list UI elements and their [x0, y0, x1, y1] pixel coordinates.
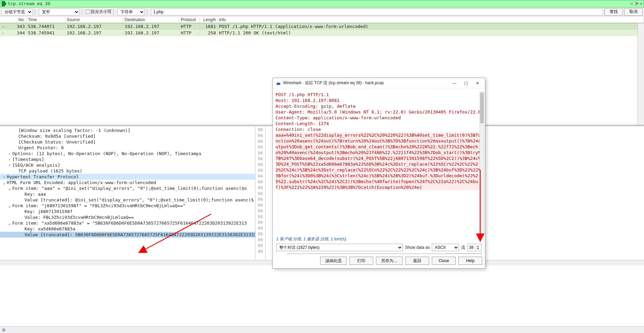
hex-offset: 04 — [255, 209, 265, 214]
window-close-icon[interactable]: ✕ — [630, 1, 634, 6]
col-info[interactable]: Info — [218, 17, 644, 22]
hex-offset: 04 — [255, 185, 265, 191]
back-button[interactable]: 返回 — [405, 257, 429, 265]
tree-line[interactable]: Checksum: 0x8d5a [unverified] — [0, 133, 255, 139]
width-selector[interactable]: 宽窄 — [39, 9, 80, 15]
tree-line[interactable]: Key: j68071301598f — [0, 209, 255, 214]
help-button[interactable]: Help — [458, 257, 482, 265]
search-toolbar: 分组字节流 宽窄 区分大小写 字符串 查找 取消 — [0, 7, 644, 16]
tree-line[interactable]: ›Hypertext Transfer Protocol — [0, 174, 255, 180]
tree-line[interactable]: Key: aaa — [0, 191, 255, 197]
tree-line[interactable]: ⌄HTML Form URL Encoded: application/x-ww… — [0, 180, 255, 185]
stream-controls-row2: 查找: 查找下一个(N) — [276, 252, 482, 255]
window-dropdown-icon[interactable]: ▾ — [640, 1, 642, 6]
stream-controls-row1: 整个对话 (1827 bytes) Show data as ASCII 流 3… — [276, 243, 482, 252]
show-data-as-label: Show data as — [405, 245, 430, 250]
minimize-button[interactable]: — — [450, 79, 459, 87]
col-no[interactable]: No. — [0, 17, 27, 22]
hex-offset: 04 — [255, 180, 265, 185]
hex-offset: 09 — [255, 220, 265, 226]
stream-stats: 1 客户端 分组, 1 服务器 分组, 1 turn(s). — [276, 235, 482, 243]
chevron-right-icon[interactable]: › — [3, 174, 7, 179]
bytes-selector[interactable]: 分组字节流 — [1, 9, 33, 15]
chevron-right-icon[interactable]: › — [8, 151, 12, 156]
tree-line[interactable]: Value [truncated]: @ini_set("display_err… — [0, 197, 255, 203]
col-length[interactable]: Length — [200, 17, 218, 22]
stream-no-label: 流 — [461, 245, 465, 251]
filter-out-button[interactable]: 滤掉此流 — [320, 257, 347, 265]
tree-line[interactable]: Urgent Pointer: 0 — [0, 145, 255, 151]
close-button[interactable]: ✕ — [473, 79, 482, 87]
follow-tcp-stream-dialog: Wireshark · 追踪 TCP 流 (tcp.stream eq 38) … — [272, 78, 485, 269]
case-sensitive-checkbox[interactable]: 区分大小写 — [86, 9, 111, 15]
wireshark-icon — [276, 80, 281, 86]
find-next-button[interactable]: 查找下一个(N) — [445, 253, 482, 255]
dialog-vscrollbar[interactable] — [480, 92, 484, 235]
app-icon: ⊙ — [2, 328, 5, 332]
tree-line[interactable]: ⌄Form item: "aaa" = "@ini_set("display_e… — [0, 185, 255, 191]
chevron-down-icon[interactable]: ⌄ — [8, 221, 12, 226]
dialog-find-input[interactable] — [287, 254, 443, 255]
tree-line[interactable]: ⌄Form item: "xa5d606e67883a" = "5B636F6D… — [0, 220, 255, 226]
tree-line[interactable]: ⌄Form item: "j68071301598f" = "FBL3Zhci9… — [0, 203, 255, 209]
stream-content[interactable]: POST /1.php HTTP/1.1Host: 192.168.2.197:… — [276, 92, 482, 235]
save-as-button[interactable]: 另存为… — [376, 257, 403, 265]
hex-offset: 04 — [255, 168, 265, 174]
col-time[interactable]: Time — [27, 17, 65, 22]
hex-offset: 04 — [255, 145, 265, 151]
tree-line[interactable]: [Window size scaling factor: -1 (unknown… — [0, 127, 255, 133]
hex-offset: 09 — [255, 238, 265, 243]
search-input[interactable] — [151, 9, 603, 15]
chevron-down-icon[interactable]: ⌄ — [8, 203, 12, 208]
hex-offset: 04 — [255, 214, 265, 220]
maximize-button[interactable]: ▢ — [461, 79, 471, 87]
tree-line[interactable]: Value: FBL3Zhci93d3cvaHRtbC9mcnBjLmluaQ=… — [0, 214, 255, 220]
chevron-down-icon[interactable]: ⌄ — [3, 180, 7, 185]
bookmark-icon — [2, 1, 6, 6]
tree-line[interactable]: Key: xa5d606e67883a — [0, 226, 255, 232]
display-filter-bar[interactable]: tcp.stream eq 38 ✕ ⮞ ▾ — [0, 0, 644, 7]
packet-row[interactable]: →343538.744071192.168.2.197192.168.2.197… — [0, 23, 644, 30]
hex-offset: 00 — [255, 127, 265, 133]
chevron-right-icon[interactable]: › — [8, 163, 12, 168]
tree-line[interactable]: ›[Timestamps] — [0, 156, 255, 162]
tree-line[interactable]: [Checksum Status: Unverified] — [0, 139, 255, 145]
print-button[interactable]: 打印 — [349, 257, 373, 265]
packet-details-pane[interactable]: [Window size scaling factor: -1 (unknown… — [0, 126, 255, 260]
window-expand-icon[interactable]: ⮞ — [634, 1, 639, 6]
tree-line[interactable]: ›[SEQ/ACK analysis] — [0, 162, 255, 168]
hex-offset: 09 — [255, 249, 265, 255]
col-protocol[interactable]: Protocol — [179, 17, 200, 22]
hex-offset-gutter: 0004040404040404040404040404040409090909… — [255, 126, 266, 260]
filter-expression[interactable]: tcp.stream eq 38 — [8, 1, 50, 6]
tree-line[interactable]: ›Options: (12 bytes), No-Operation (NOP)… — [0, 151, 255, 156]
chevron-right-icon[interactable]: › — [8, 157, 12, 162]
hex-offset: 04 — [255, 133, 265, 139]
dialog-footer: 滤掉此流 打印 另存为… 返回 Close Help — [273, 255, 485, 268]
search-type-selector[interactable]: 字符串 — [117, 9, 145, 15]
hex-offset: 04 — [255, 151, 265, 156]
hex-offset: 04 — [255, 197, 265, 203]
tree-line[interactable]: Value [truncated]: 5B636F6D6D6F6E5D0A736… — [0, 232, 255, 238]
hex-offset: 04 — [255, 191, 265, 197]
close-dialog-button[interactable]: Close — [432, 257, 456, 265]
arrow-right-icon: → — [0, 25, 6, 28]
cancel-button[interactable]: 取消 — [624, 8, 643, 16]
hex-offset: 04 — [255, 162, 265, 168]
stream-number-spinner[interactable]: 38 ▲▼ — [467, 244, 482, 251]
hex-offset: 09 — [255, 226, 265, 232]
find-button[interactable]: 查找 — [604, 8, 623, 16]
chevron-down-icon[interactable]: ⌄ — [8, 186, 12, 191]
dialog-titlebar[interactable]: Wireshark · 追踪 TCP 流 (tcp.stream eq 38) … — [273, 78, 485, 88]
dialog-title: Wireshark · 追踪 TCP 流 (tcp.stream eq 38) … — [283, 80, 447, 86]
col-source[interactable]: Source — [65, 17, 123, 22]
arrow-left-icon: ← — [0, 31, 6, 35]
col-dest[interactable]: Destination — [123, 17, 179, 22]
conversation-selector[interactable]: 整个对话 (1827 bytes) — [276, 244, 403, 251]
hex-offset: 04 — [255, 203, 265, 209]
tree-line[interactable]: TCP payload (1625 bytes) — [0, 168, 255, 174]
packet-row[interactable]: ←344538.745941192.168.2.197192.168.2.197… — [0, 30, 644, 36]
find-label: 查找: — [276, 255, 285, 255]
hex-offset: 09 — [255, 232, 265, 238]
encoding-selector[interactable]: ASCII — [432, 244, 459, 251]
